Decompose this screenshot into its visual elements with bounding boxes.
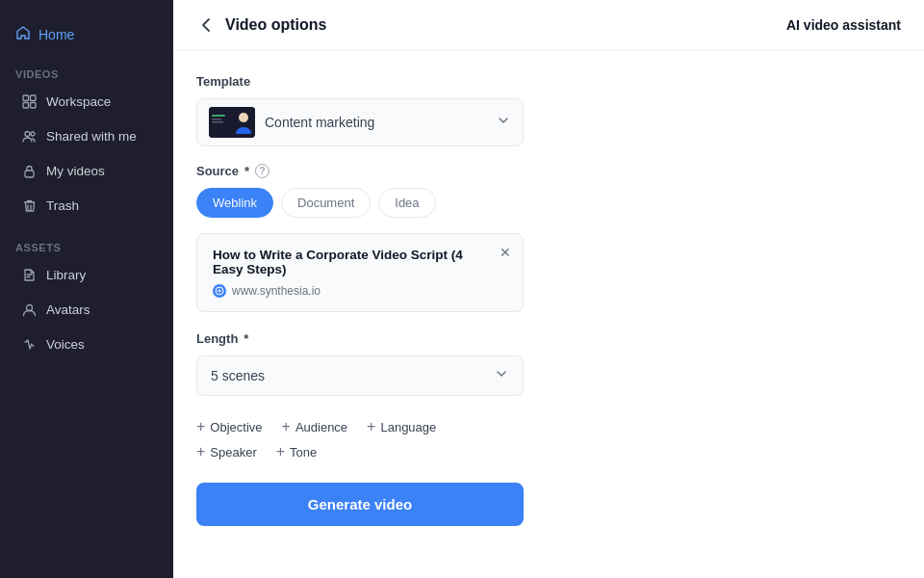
sidebar: Home Videos Workspace Shared with me: [0, 0, 173, 578]
source-required: *: [244, 164, 249, 178]
lock-icon: [21, 163, 37, 178]
template-dropdown[interactable]: Content marketing: [196, 98, 524, 146]
length-chevron-icon: [494, 366, 509, 385]
library-label: Library: [46, 268, 86, 282]
template-section: Template: [196, 74, 901, 146]
add-options-group: + Objective + Audience + Language: [196, 419, 901, 434]
generate-video-button[interactable]: Generate video: [196, 483, 524, 526]
sidebar-item-voices[interactable]: Voices: [6, 328, 167, 360]
voice-icon: [21, 336, 37, 352]
home-icon: [15, 25, 31, 43]
url-card-link: www.synthesia.io: [213, 284, 507, 298]
sidebar-item-workspace[interactable]: Workspace: [6, 85, 167, 118]
source-tabs: Weblink Document Idea: [196, 188, 901, 218]
tab-weblink[interactable]: Weblink: [196, 188, 273, 218]
sidebar-item-my-videos[interactable]: My videos: [6, 154, 167, 187]
template-name: Content marketing: [265, 115, 374, 130]
url-card-title: How to Write a Corporate Video Script (4…: [213, 248, 507, 276]
sidebar-item-trash[interactable]: Trash: [6, 189, 167, 222]
length-value: 5 scenes: [211, 368, 265, 383]
assets-section-label: Assets: [0, 234, 173, 257]
shared-label: Shared with me: [46, 129, 137, 144]
back-button[interactable]: [196, 15, 216, 35]
svg-point-5: [31, 132, 35, 136]
book-icon: [21, 267, 37, 282]
svg-rect-1: [30, 95, 36, 101]
sidebar-item-shared[interactable]: Shared with me: [6, 119, 167, 152]
avatars-label: Avatars: [46, 302, 90, 317]
url-card: How to Write a Corporate Video Script (4…: [196, 233, 524, 312]
add-options-row2: + Speaker + Tone: [196, 444, 901, 460]
svg-rect-2: [23, 102, 29, 108]
svg-rect-9: [212, 115, 225, 117]
source-section: Source * ? Weblink Document Idea How to …: [196, 164, 901, 312]
videos-section-label: Videos: [0, 61, 173, 84]
my-videos-label: My videos: [46, 164, 105, 178]
svg-rect-0: [23, 95, 29, 101]
main-content: Video options AI video assistant Templat…: [173, 0, 924, 578]
add-speaker-button[interactable]: + Speaker: [196, 444, 257, 460]
content-area: Template: [173, 51, 924, 578]
svg-point-12: [239, 113, 248, 122]
template-left: Content marketing: [209, 107, 374, 138]
plus-icon-language: +: [367, 419, 375, 434]
svg-rect-11: [212, 121, 223, 123]
length-section: Length * 5 scenes: [196, 331, 901, 396]
home-label: Home: [38, 27, 74, 42]
add-objective-button[interactable]: + Objective: [196, 419, 263, 434]
template-thumbnail: [209, 107, 255, 138]
plus-icon-speaker: +: [196, 444, 205, 460]
plus-icon-objective: +: [196, 419, 205, 434]
page-title: Video options: [225, 16, 326, 34]
sidebar-item-home[interactable]: Home: [0, 15, 173, 53]
trash-label: Trash: [46, 198, 79, 213]
chevron-down-icon: [496, 113, 511, 132]
svg-point-4: [25, 131, 30, 136]
favicon-icon: [213, 284, 226, 298]
workspace-label: Workspace: [46, 94, 111, 109]
source-label: Source * ?: [196, 164, 901, 178]
svg-rect-3: [30, 102, 36, 108]
info-icon[interactable]: ?: [255, 164, 270, 178]
plus-icon-audience: +: [282, 419, 291, 434]
tab-idea[interactable]: Idea: [378, 188, 435, 218]
svg-rect-6: [25, 171, 34, 177]
users-icon: [21, 128, 37, 144]
header-left: Video options: [196, 15, 326, 35]
plus-icon-tone: +: [276, 444, 285, 460]
page-header: Video options AI video assistant: [173, 0, 924, 51]
trash-icon: [21, 197, 37, 213]
ai-assistant-button[interactable]: AI video assistant: [786, 17, 901, 33]
length-label: Length *: [196, 331, 901, 346]
sidebar-item-library[interactable]: Library: [6, 258, 167, 291]
url-text: www.synthesia.io: [232, 284, 321, 298]
voices-label: Voices: [46, 337, 85, 352]
close-url-button[interactable]: ✕: [500, 246, 511, 259]
grid-icon: [21, 93, 37, 109]
sidebar-item-avatars[interactable]: Avatars: [6, 293, 167, 326]
length-required: *: [244, 331, 248, 346]
template-label: Template: [196, 74, 901, 89]
length-dropdown[interactable]: 5 scenes: [196, 355, 524, 396]
svg-rect-10: [212, 118, 221, 120]
add-audience-button[interactable]: + Audience: [282, 419, 348, 434]
tab-document[interactable]: Document: [281, 188, 371, 218]
svg-point-7: [26, 304, 32, 310]
add-language-button[interactable]: + Language: [367, 419, 436, 434]
avatar-icon: [21, 302, 37, 317]
add-tone-button[interactable]: + Tone: [276, 444, 318, 460]
